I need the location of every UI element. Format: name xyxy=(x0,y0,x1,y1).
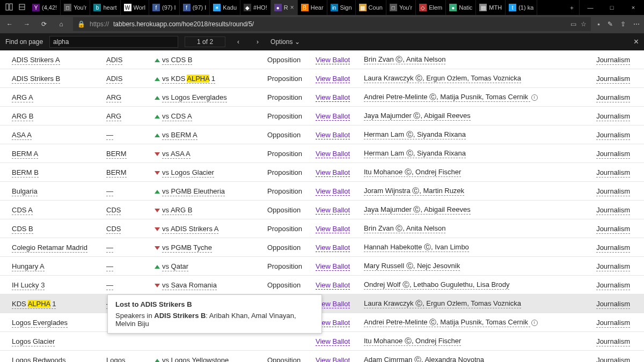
team-name[interactable]: Bulgaria xyxy=(12,187,38,196)
adjudicators[interactable]: Hannah Habekotte Ⓒ, Ivan Limbo xyxy=(364,243,469,252)
adjudicators[interactable]: Andrei Petre-Melinte Ⓒ, Matija Pusnik, T… xyxy=(364,318,530,327)
view-ballot-link[interactable]: View Ballot xyxy=(316,112,350,121)
motion-label[interactable]: Journalism xyxy=(596,356,630,363)
team-name[interactable]: BERM A xyxy=(12,150,38,159)
tabs-overview-icon[interactable] xyxy=(5,3,13,12)
institution-code[interactable]: ARG xyxy=(106,93,121,102)
browser-tab[interactable]: inSign xyxy=(327,0,356,15)
motion-label[interactable]: Journalism xyxy=(596,225,630,234)
browser-tab[interactable]: f(97) I xyxy=(149,0,180,15)
view-ballot-link[interactable]: View Ballot xyxy=(316,187,350,196)
team-name[interactable]: BERM B xyxy=(12,168,39,178)
opponent[interactable]: vs PGMB Tyche xyxy=(162,243,212,253)
view-ballot-link[interactable]: View Ballot xyxy=(316,206,350,215)
institution-code[interactable]: ADIS xyxy=(106,75,122,84)
set-aside-icon[interactable] xyxy=(18,3,26,12)
share-icon[interactable]: ⇪ xyxy=(620,20,626,28)
motion-label[interactable]: Journalism xyxy=(596,131,630,140)
view-ballot-link[interactable]: View Ballot xyxy=(316,337,350,346)
browser-tab[interactable]: f(97) I xyxy=(180,0,210,15)
institution-code[interactable]: Logos xyxy=(106,356,125,363)
opponent[interactable]: vs BERM A xyxy=(162,131,197,140)
tab-close-icon[interactable]: × xyxy=(290,4,294,11)
browser-tab[interactable]: ✶Kadu xyxy=(210,0,240,15)
team-name[interactable]: CDS B xyxy=(12,225,33,234)
motion-label[interactable]: Journalism xyxy=(596,319,630,328)
motion-label[interactable]: Journalism xyxy=(596,112,630,121)
view-ballot-link[interactable]: View Ballot xyxy=(316,225,350,233)
maximize-button[interactable]: □ xyxy=(601,0,623,15)
institution-code[interactable]: BERM xyxy=(106,150,127,159)
motion-label[interactable]: Journalism xyxy=(596,93,630,102)
opponent[interactable]: vs Logos Yellowstone xyxy=(162,356,229,363)
adjudicators[interactable]: Itu Mohanoe Ⓒ, Ondrej Fischer xyxy=(364,337,461,346)
opponent[interactable]: vs ASA A xyxy=(162,150,191,159)
adjudicators[interactable]: Jaya Majumder Ⓒ, Abigail Reeves xyxy=(364,205,471,215)
opponent[interactable]: vs CDS B xyxy=(162,56,192,65)
view-ballot-link[interactable]: View Ballot xyxy=(316,75,350,83)
team-name[interactable]: Logos Everglades xyxy=(12,319,68,328)
back-button[interactable]: ← xyxy=(4,20,15,28)
team-name[interactable]: ARG A xyxy=(12,93,33,102)
adjudicators[interactable]: Itu Mohanoe Ⓒ, Ondrej Fischer xyxy=(364,168,461,177)
institution-code[interactable]: CDS xyxy=(106,225,121,234)
institution-code[interactable]: ARG xyxy=(106,112,121,121)
find-next-button[interactable]: › xyxy=(251,38,264,46)
opponent[interactable]: vs KDS ALPHA 1 xyxy=(162,75,215,84)
team-name[interactable]: Logos Redwoods xyxy=(12,356,65,363)
settings-icon[interactable]: ⋯ xyxy=(633,20,640,28)
opponent[interactable]: vs CDS A xyxy=(162,112,192,121)
opponent[interactable]: vs Logos Everglades xyxy=(162,93,227,102)
motion-label[interactable]: Journalism xyxy=(596,168,630,178)
adjudicators[interactable]: Brin Zvan Ⓒ, Anita Nelson xyxy=(364,55,445,64)
reading-view-icon[interactable]: ▭ xyxy=(570,20,576,28)
adjudicators[interactable]: Herman Lam Ⓒ, Siyanda Rixana xyxy=(364,130,466,139)
opponent[interactable]: vs ADIS Strikers A xyxy=(162,225,218,234)
browser-tab[interactable]: Y(4,42! xyxy=(29,0,61,15)
team-name[interactable]: ADIS Strikers B xyxy=(12,75,60,84)
institution-code[interactable]: — xyxy=(106,131,113,140)
view-ballot-link[interactable]: View Ballot xyxy=(316,356,350,363)
adjudicators[interactable]: Adam Cimrman Ⓒ, Alexandra Novotna xyxy=(364,356,484,362)
browser-tab[interactable]: bheart xyxy=(90,0,120,15)
opponent[interactable]: vs PGMB Eleutheria xyxy=(162,187,225,196)
view-ballot-link[interactable]: View Ballot xyxy=(316,243,350,252)
home-button[interactable]: ⌂ xyxy=(56,20,67,28)
opponent[interactable]: vs Logos Glacier xyxy=(162,168,214,178)
find-prev-button[interactable]: ‹ xyxy=(232,38,245,46)
view-ballot-link[interactable]: View Ballot xyxy=(316,281,350,290)
notes-icon[interactable]: ✎ xyxy=(608,20,613,28)
team-name[interactable]: KDS ALPHA 1 xyxy=(12,300,56,309)
favorite-icon[interactable]: ☆ xyxy=(581,20,587,28)
adjudicators[interactable]: Jaya Majumder Ⓒ, Abigail Reeves xyxy=(364,112,471,121)
find-options[interactable]: Options ⌄ xyxy=(270,38,300,46)
view-ballot-link[interactable]: View Ballot xyxy=(316,262,350,271)
opponent[interactable]: vs ARG B xyxy=(162,206,192,215)
view-ballot-link[interactable]: View Ballot xyxy=(316,93,350,102)
close-window-button[interactable]: × xyxy=(623,0,644,15)
motion-label[interactable]: Journalism xyxy=(596,300,630,309)
browser-tab[interactable]: ●R× xyxy=(271,0,298,15)
institution-code[interactable]: CDS xyxy=(106,206,121,215)
browser-tab[interactable]: ▤MTH xyxy=(476,0,506,15)
institution-code[interactable]: ADIS xyxy=(106,56,122,65)
institution-code[interactable]: — xyxy=(106,281,113,290)
view-ballot-link[interactable]: View Ballot xyxy=(316,131,350,139)
team-name[interactable]: Colegio Retamar Madrid xyxy=(12,243,87,253)
adjudicators[interactable]: Mary Russell Ⓒ, Nejc Jesovnik xyxy=(364,262,460,271)
motion-label[interactable]: Journalism xyxy=(596,243,630,253)
adjudicators[interactable]: Laura Krawczyk Ⓒ, Ergun Ozlem, Tomas Voz… xyxy=(364,299,521,308)
opponent[interactable]: vs Sava Romania xyxy=(162,281,217,290)
team-name[interactable]: ASA A xyxy=(12,131,32,140)
motion-label[interactable]: Journalism xyxy=(596,150,630,159)
motion-label[interactable]: Journalism xyxy=(596,281,630,290)
adjudicators[interactable]: Joram Wijnstra Ⓒ, Martin Ruzek xyxy=(364,187,464,196)
team-name[interactable]: ADIS Strikers A xyxy=(12,56,60,65)
new-tab-button[interactable]: ＋ xyxy=(565,0,580,15)
browser-tab[interactable]: WWorl xyxy=(121,0,149,15)
adjudicators[interactable]: Laura Krawczyk Ⓒ, Ergun Ozlem, Tomas Voz… xyxy=(364,74,521,83)
favorites-hub-icon[interactable]: ⭑ xyxy=(597,20,600,28)
forward-button[interactable]: → xyxy=(21,20,32,28)
browser-tab[interactable]: ●Natic xyxy=(446,0,476,15)
team-name[interactable]: Hungary A xyxy=(12,262,45,271)
